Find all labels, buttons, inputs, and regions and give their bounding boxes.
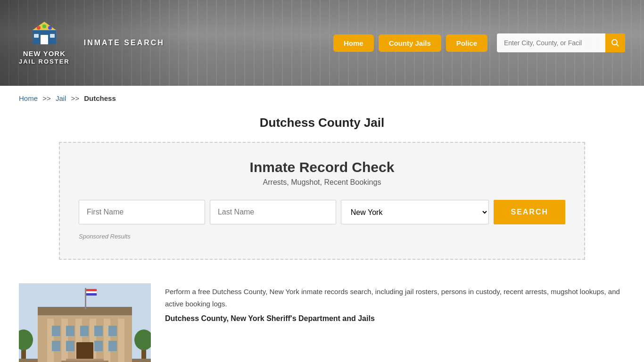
inmate-search-section: Inmate Record Check Arrests, Mugshot, Re… <box>59 142 585 260</box>
svg-rect-4 <box>50 34 55 38</box>
breadcrumb-sep2: >> <box>71 94 80 102</box>
inmate-search-title: Inmate Record Check <box>79 159 565 175</box>
logo[interactable]: NEW YORK JAIL ROSTER <box>19 21 70 66</box>
building-svg <box>19 283 151 362</box>
svg-rect-34 <box>86 289 97 291</box>
svg-rect-14 <box>47 319 54 362</box>
building-image <box>19 283 151 362</box>
site-header: NEW YORK JAIL ROSTER INMATE SEARCH Home … <box>0 0 644 86</box>
svg-rect-2 <box>41 35 48 44</box>
header-search <box>497 33 625 52</box>
svg-point-7 <box>48 26 52 30</box>
svg-rect-36 <box>86 293 97 296</box>
description-subtitle: Dutchess County, New York Sheriff's Depa… <box>165 314 625 323</box>
first-name-input[interactable] <box>79 200 205 224</box>
header-search-button[interactable] <box>605 33 625 52</box>
svg-rect-26 <box>66 341 74 351</box>
svg-rect-3 <box>34 34 39 38</box>
svg-line-9 <box>617 44 619 47</box>
nav-police-button[interactable]: Police <box>446 34 487 52</box>
inmate-search-label: INMATE SEARCH <box>84 39 165 47</box>
svg-rect-32 <box>85 288 86 309</box>
search-form: AlabamaAlaskaArizonaArkansasCaliforniaCo… <box>79 200 565 224</box>
breadcrumb-jail[interactable]: Jail <box>56 94 66 102</box>
inmate-search-subtitle: Arrests, Mugshot, Recent Bookings <box>79 178 565 187</box>
svg-rect-19 <box>118 319 124 362</box>
main-nav: Home County Jails Police <box>333 34 487 52</box>
page-title: Dutchess County Jail <box>0 115 644 130</box>
breadcrumb: Home >> Jail >> Dutchess <box>0 86 644 111</box>
svg-rect-27 <box>94 341 103 351</box>
svg-rect-15 <box>61 319 68 362</box>
logo-icon <box>30 21 58 47</box>
svg-rect-23 <box>94 326 103 336</box>
svg-rect-18 <box>104 319 110 362</box>
svg-rect-35 <box>86 291 97 293</box>
breadcrumb-sep1: >> <box>42 94 51 102</box>
svg-rect-22 <box>80 326 89 336</box>
description-area: Perform a free Dutchess County, New York… <box>165 283 625 362</box>
bottom-content: Perform a free Dutchess County, New York… <box>0 274 644 362</box>
breadcrumb-current: Dutchess <box>84 94 116 102</box>
description-text: Perform a free Dutchess County, New York… <box>165 286 625 310</box>
breadcrumb-home[interactable]: Home <box>19 94 38 102</box>
svg-rect-25 <box>52 341 60 351</box>
svg-point-8 <box>612 40 617 45</box>
logo-text-line2: JAIL ROSTER <box>19 58 70 65</box>
svg-point-6 <box>42 25 46 28</box>
svg-rect-28 <box>108 341 117 351</box>
svg-rect-24 <box>108 326 117 336</box>
logo-text-line1: NEW YORK <box>23 49 66 58</box>
header-search-input[interactable] <box>497 33 605 52</box>
search-submit-button[interactable]: SEARCH <box>494 200 565 224</box>
search-icon <box>611 39 619 47</box>
svg-point-5 <box>37 26 41 30</box>
svg-rect-20 <box>52 326 60 336</box>
nav-county-jails-button[interactable]: County Jails <box>379 34 441 52</box>
svg-rect-21 <box>66 326 74 336</box>
last-name-input[interactable] <box>210 200 336 224</box>
state-select[interactable]: AlabamaAlaskaArizonaArkansasCaliforniaCo… <box>341 200 489 224</box>
sponsored-label: Sponsored Results <box>79 233 565 240</box>
nav-home-button[interactable]: Home <box>333 34 374 52</box>
